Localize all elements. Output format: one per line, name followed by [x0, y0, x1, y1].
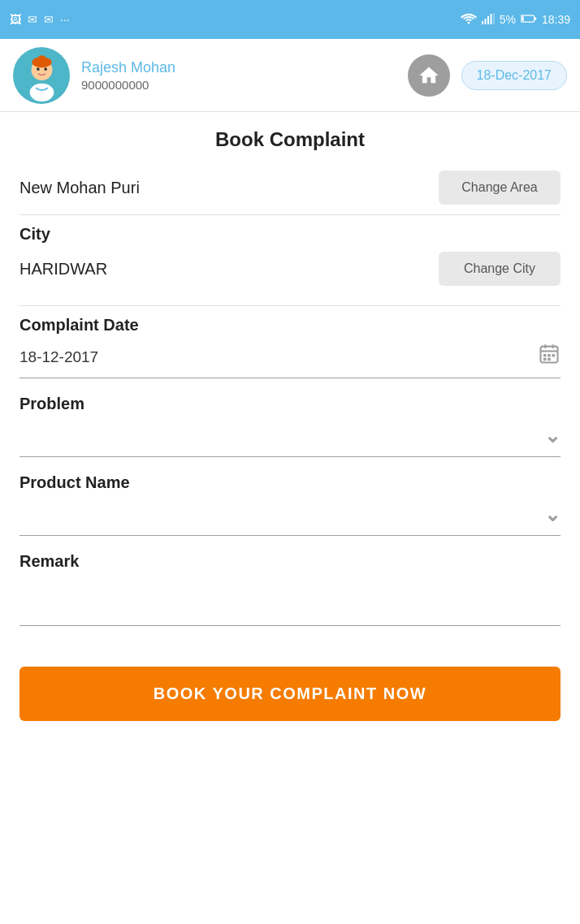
- complaint-date-section: Complaint Date 18-12-2017: [19, 316, 561, 378]
- problem-chevron-down-icon: ⌄: [544, 425, 561, 447]
- product-name-dropdown[interactable]: ⌄: [19, 500, 561, 536]
- area-name: New Mohan Puri: [19, 179, 140, 197]
- signal-icon: [482, 13, 495, 27]
- city-name: HARIDWAR: [19, 260, 107, 278]
- avatar: [13, 47, 70, 104]
- book-complaint-button[interactable]: BOOK YOUR COMPLAINT NOW: [19, 667, 561, 721]
- change-city-button[interactable]: Change City: [439, 252, 561, 286]
- wifi-icon: [461, 13, 477, 27]
- problem-label: Problem: [19, 395, 561, 413]
- product-name-section: Product Name ⌄: [19, 473, 561, 536]
- battery-icon: [521, 13, 537, 26]
- problem-dropdown[interactable]: ⌄: [19, 421, 561, 457]
- svg-rect-4: [490, 14, 491, 24]
- remark-input[interactable]: [19, 585, 561, 626]
- problem-section: Problem ⌄: [19, 395, 561, 457]
- date-badge: 18-Dec-2017: [461, 61, 568, 90]
- product-chevron-down-icon: ⌄: [544, 503, 561, 526]
- page-title: Book Complaint: [19, 128, 561, 151]
- user-info: Rajesh Mohan 9000000000: [81, 59, 396, 92]
- battery-percent: 5%: [500, 13, 516, 26]
- svg-rect-24: [548, 358, 551, 361]
- svg-rect-5: [493, 13, 495, 24]
- svg-point-15: [29, 84, 54, 101]
- city-row: HARIDWAR Change City: [19, 252, 561, 286]
- svg-rect-2: [484, 19, 486, 24]
- main-content: Book Complaint New Mohan Puri Change Are…: [0, 112, 580, 737]
- svg-rect-20: [543, 354, 547, 357]
- svg-rect-7: [535, 17, 537, 19]
- svg-rect-8: [522, 16, 524, 21]
- separator-2: [19, 305, 561, 306]
- change-area-button[interactable]: Change Area: [439, 171, 561, 205]
- complaint-date-label: Complaint Date: [19, 316, 561, 335]
- user-name: Rajesh Mohan: [81, 59, 396, 76]
- remark-section: Remark: [19, 552, 561, 626]
- calendar-icon[interactable]: [538, 343, 561, 371]
- city-label: City: [19, 225, 561, 244]
- separator-1: [19, 214, 561, 215]
- svg-rect-1: [482, 21, 483, 24]
- svg-rect-21: [548, 354, 551, 357]
- user-phone: 9000000000: [81, 78, 396, 92]
- status-bar-left: 🖼 ✉ ✉ ···: [10, 13, 70, 26]
- header: Rajesh Mohan 9000000000 18-Dec-2017: [0, 39, 580, 112]
- svg-point-13: [37, 67, 40, 71]
- more-icon: ···: [60, 13, 70, 26]
- area-row: New Mohan Puri Change Area: [19, 171, 561, 205]
- status-bar-right: 5% 18:39: [461, 13, 570, 27]
- status-bar: 🖼 ✉ ✉ ··· 5%: [0, 0, 580, 39]
- svg-point-12: [37, 55, 45, 63]
- header-right: 18-Dec-2017: [408, 54, 568, 97]
- city-section: City HARIDWAR Change City: [19, 225, 561, 286]
- remark-label: Remark: [19, 552, 561, 571]
- product-name-label: Product Name: [19, 473, 561, 492]
- svg-rect-22: [552, 354, 556, 357]
- home-button[interactable]: [408, 54, 450, 97]
- svg-point-0: [467, 21, 470, 24]
- time-display: 18:39: [542, 13, 570, 26]
- mail-icon-2: ✉: [44, 13, 54, 26]
- image-icon: 🖼: [10, 13, 21, 26]
- svg-rect-23: [543, 358, 547, 361]
- svg-point-14: [44, 67, 47, 71]
- date-input-row[interactable]: 18-12-2017: [19, 343, 561, 378]
- mail-icon-1: ✉: [28, 13, 37, 26]
- svg-rect-3: [487, 16, 489, 24]
- complaint-date-value: 18-12-2017: [19, 348, 538, 366]
